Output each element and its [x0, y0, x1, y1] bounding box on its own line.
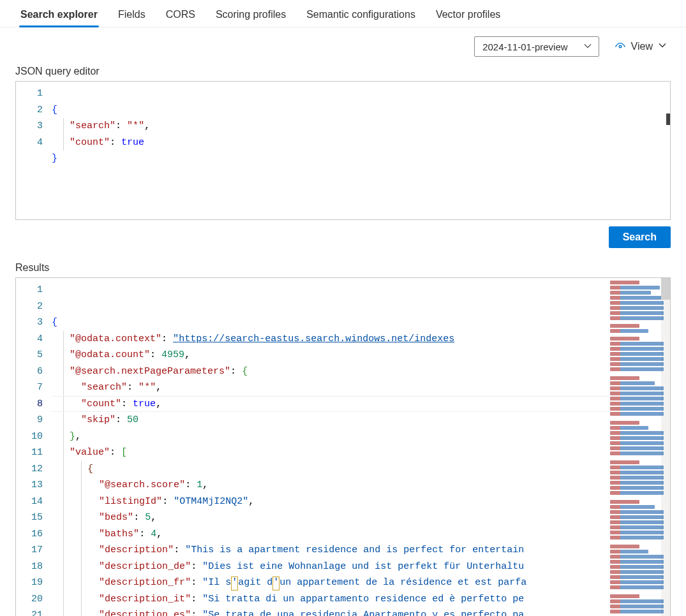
tab-vector-profiles[interactable]: Vector profiles: [435, 5, 502, 27]
tab-fields[interactable]: Fields: [117, 5, 147, 27]
query-editor[interactable]: 1234 { "search": "*", "count": true }: [15, 81, 671, 220]
query-editor-label: JSON query editor: [0, 63, 686, 81]
view-button[interactable]: View: [615, 41, 667, 52]
eye-icon: [615, 41, 626, 52]
results-code[interactable]: { "@odata.context": "https://search-east…: [52, 278, 609, 616]
minimap[interactable]: [609, 278, 670, 616]
api-version-select[interactable]: 2024-11-01-preview: [474, 36, 599, 57]
api-version-label: 2024-11-01-preview: [482, 41, 567, 52]
chevron-down-icon: [583, 41, 592, 52]
svg-point-0: [619, 45, 622, 48]
results-gutter: 123456789101112131415161718192021: [16, 278, 52, 616]
tabs-bar: Search explorer Fields CORS Scoring prof…: [0, 0, 686, 27]
tab-cors[interactable]: CORS: [165, 5, 197, 27]
tab-semantic-configurations[interactable]: Semantic configurations: [305, 5, 417, 27]
results-label: Results: [0, 260, 686, 277]
view-label: View: [631, 41, 653, 52]
query-code[interactable]: { "search": "*", "count": true }: [52, 82, 670, 219]
results-editor[interactable]: 123456789101112131415161718192021 { "@od…: [15, 277, 671, 616]
tab-scoring-profiles[interactable]: Scoring profiles: [214, 5, 287, 27]
chevron-down-icon: [658, 41, 667, 52]
toolbar: 2024-11-01-preview View: [0, 27, 686, 63]
query-gutter: 1234: [16, 82, 52, 219]
tab-search-explorer[interactable]: Search explorer: [19, 5, 99, 27]
search-button[interactable]: Search: [609, 226, 671, 248]
